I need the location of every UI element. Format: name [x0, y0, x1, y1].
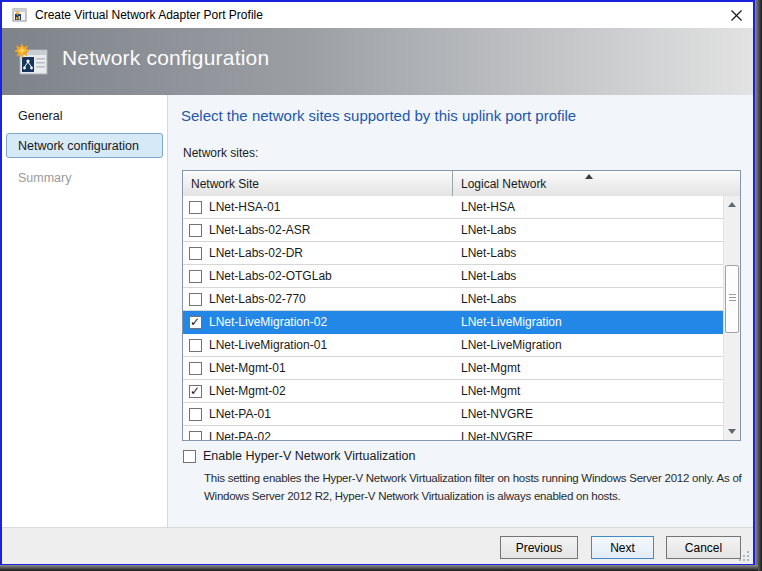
button-label: Next [610, 541, 635, 555]
sort-ascending-icon [585, 174, 593, 179]
logical-network-name: LNet-Labs [461, 292, 516, 306]
instruction-heading: Select the network sites supported by th… [181, 107, 576, 124]
close-button[interactable] [727, 7, 745, 23]
row-checkbox[interactable] [189, 385, 202, 398]
row-checkbox[interactable] [189, 247, 202, 260]
previous-button[interactable]: Previous [500, 536, 578, 559]
scroll-up-button[interactable] [724, 196, 740, 213]
table-row[interactable]: LNet-HSA-01LNet-HSA [183, 196, 723, 219]
scrollbar-thumb[interactable] [725, 265, 739, 333]
sidebar-item-network-configuration[interactable]: Network configuration [6, 133, 163, 158]
table-row[interactable]: LNet-Mgmt-02LNet-Mgmt [183, 380, 723, 403]
network-sites-label: Network sites: [183, 146, 258, 160]
sidebar-item-general[interactable]: General [6, 103, 163, 128]
network-sites-table: Network Site Logical Network LNet-HSA-01… [182, 170, 741, 441]
hnv-checkbox-row[interactable]: Enable Hyper-V Network Virtualization [183, 450, 415, 463]
column-header-label: Network Site [191, 177, 259, 191]
sidebar-item-summary[interactable]: Summary [6, 165, 163, 190]
table-row[interactable]: LNet-LiveMigration-01LNet-LiveMigration [183, 334, 723, 357]
dialog-window: Create Virtual Network Adapter Port Prof… [0, 0, 755, 566]
column-header-network-site[interactable]: Network Site [183, 171, 453, 196]
window-title: Create Virtual Network Adapter Port Prof… [35, 8, 263, 22]
button-label: Cancel [685, 541, 722, 555]
table-row[interactable]: LNet-PA-02LNet-NVGRE [183, 426, 723, 440]
table-row[interactable]: LNet-Mgmt-01LNet-Mgmt [183, 357, 723, 380]
hnv-checkbox-label: Enable Hyper-V Network Virtualization [203, 449, 415, 463]
network-site-name: LNet-LiveMigration-01 [209, 338, 327, 352]
hnv-checkbox[interactable] [183, 450, 196, 463]
logical-network-name: LNet-NVGRE [461, 430, 533, 440]
row-checkbox[interactable] [189, 270, 202, 283]
title-bar: Create Virtual Network Adapter Port Prof… [2, 2, 753, 28]
logical-network-name: LNet-LiveMigration [461, 338, 562, 352]
network-site-name: LNet-Mgmt-01 [209, 361, 286, 375]
wizard-sidebar: General Network configuration Summary [2, 95, 168, 527]
network-site-name: LNet-Labs-02-OTGLab [209, 269, 332, 283]
table-row[interactable]: LNet-Labs-02-ASRLNet-Labs [183, 219, 723, 242]
network-site-name: LNet-PA-02 [209, 430, 271, 440]
network-site-name: LNet-Labs-02-DR [209, 246, 303, 260]
row-checkbox[interactable] [189, 362, 202, 375]
row-checkbox[interactable] [189, 224, 202, 237]
row-checkbox[interactable] [189, 339, 202, 352]
scrollbar-grip-icon [729, 297, 736, 298]
table-row[interactable]: LNet-PA-01LNet-NVGRE [183, 403, 723, 426]
vertical-scrollbar[interactable] [723, 196, 740, 440]
column-header-label: Logical Network [461, 177, 546, 191]
network-site-name: LNet-LiveMigration-02 [209, 315, 327, 329]
table-row[interactable]: LNet-LiveMigration-02LNet-LiveMigration [183, 311, 723, 334]
close-icon [730, 9, 743, 22]
table-row[interactable]: LNet-Labs-02-DRLNet-Labs [183, 242, 723, 265]
row-checkbox[interactable] [189, 316, 202, 329]
logical-network-name: LNet-Labs [461, 223, 516, 237]
sidebar-item-label: General [18, 109, 62, 123]
logical-network-name: LNet-NVGRE [461, 407, 533, 421]
row-checkbox[interactable] [189, 293, 202, 306]
next-button[interactable]: Next [591, 536, 654, 559]
footer-bar: Previous Next Cancel [2, 527, 753, 564]
scroll-up-icon [728, 202, 736, 207]
table-header: Network Site Logical Network [183, 171, 740, 197]
logical-network-name: LNet-Labs [461, 269, 516, 283]
row-checkbox[interactable] [189, 431, 202, 441]
column-header-logical-network[interactable]: Logical Network [453, 171, 740, 196]
network-site-name: LNet-Labs-02-ASR [209, 223, 310, 237]
sidebar-item-label: Network configuration [18, 139, 139, 153]
network-site-name: LNet-Mgmt-02 [209, 384, 286, 398]
network-site-name: LNet-HSA-01 [209, 200, 280, 214]
sidebar-item-label: Summary [18, 171, 71, 185]
logical-network-name: LNet-Mgmt [461, 361, 520, 375]
row-checkbox[interactable] [189, 201, 202, 214]
wizard-banner: Network configuration [2, 28, 753, 95]
scroll-down-button[interactable] [724, 423, 740, 440]
logical-network-name: LNet-LiveMigration [461, 315, 562, 329]
logical-network-name: LNet-Mgmt [461, 384, 520, 398]
logical-network-name: LNet-Labs [461, 246, 516, 260]
cancel-button[interactable]: Cancel [666, 536, 741, 559]
page-title: Network configuration [62, 46, 269, 70]
app-icon [12, 7, 28, 23]
resize-grip-icon[interactable] [737, 549, 749, 561]
button-label: Previous [516, 541, 563, 555]
scroll-down-icon [728, 429, 736, 434]
table-rows: LNet-HSA-01LNet-HSALNet-Labs-02-ASRLNet-… [183, 196, 723, 440]
network-site-name: LNet-Labs-02-770 [209, 292, 306, 306]
window-shadow-right [755, 0, 762, 571]
network-site-name: LNet-PA-01 [209, 407, 271, 421]
table-row[interactable]: LNet-Labs-02-770LNet-Labs [183, 288, 723, 311]
row-checkbox[interactable] [189, 408, 202, 421]
window-shadow-bottom [0, 565, 758, 571]
table-row[interactable]: LNet-Labs-02-OTGLabLNet-Labs [183, 265, 723, 288]
logical-network-name: LNet-HSA [461, 200, 515, 214]
hnv-description: This setting enables the Hyper-V Network… [204, 469, 747, 505]
network-configuration-icon [14, 43, 50, 79]
